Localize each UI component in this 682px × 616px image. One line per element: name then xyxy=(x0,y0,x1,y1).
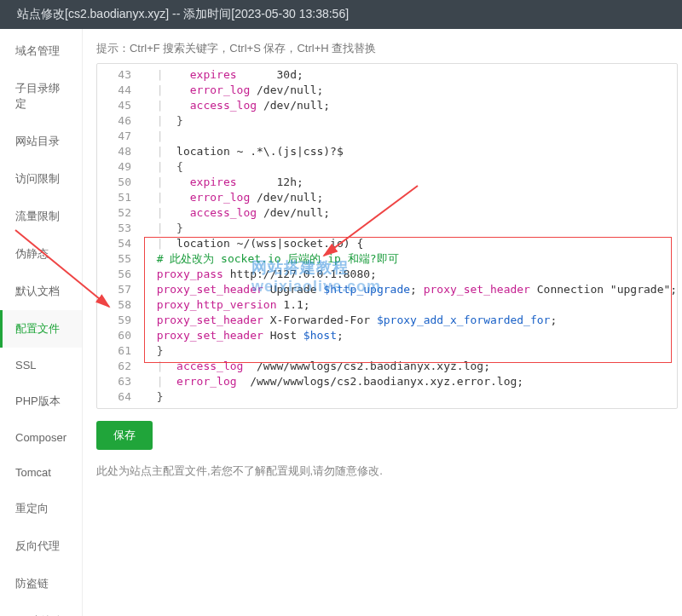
save-button[interactable]: 保存 xyxy=(96,421,153,450)
code-line[interactable]: 55 # 此处改为 socket.io 后端的 ip 和端?即可 xyxy=(97,251,677,267)
code-line[interactable]: 49 | { xyxy=(97,159,677,175)
sidebar-item-10[interactable]: Composer xyxy=(0,420,82,455)
code-line[interactable]: 43 | expires 30d; xyxy=(97,67,677,83)
config-editor[interactable]: 43 | expires 30d;44 | error_log /dev/nul… xyxy=(96,63,678,409)
line-number: 46 xyxy=(97,113,140,129)
sidebar-item-5[interactable]: 伪静态 xyxy=(0,235,82,273)
sidebar-item-9[interactable]: PHP版本 xyxy=(0,383,82,420)
line-number: 57 xyxy=(97,282,140,297)
line-number: 56 xyxy=(97,267,140,282)
sidebar-item-4[interactable]: 流量限制 xyxy=(0,198,82,235)
sidebar-item-12[interactable]: 重定向 xyxy=(0,490,82,527)
line-number: 61 xyxy=(97,343,140,359)
sidebar-item-6[interactable]: 默认文档 xyxy=(0,273,82,310)
sidebar-item-label: 网站目录 xyxy=(15,134,60,149)
sidebar-item-label: 默认文档 xyxy=(15,284,60,299)
sidebar: 域名管理子目录绑定网站目录访问限制流量限制伪静态默认文档配置文件SSLPHP版本… xyxy=(0,29,83,616)
window-title: 站点修改[cs2.baodianyx.xyz] -- 添加时间[2023-05-… xyxy=(17,7,349,20)
code-line[interactable]: 48 | location ~ .*\.(js|css)?$ xyxy=(97,144,677,159)
code-line[interactable]: 53 | } xyxy=(97,221,677,236)
line-number: 45 xyxy=(97,98,140,113)
code-line[interactable]: 61 } xyxy=(97,343,677,359)
hint-text: 提示：Ctrl+F 搜索关键字，Ctrl+S 保存，Ctrl+H 查找替换 xyxy=(96,41,678,56)
sidebar-item-label: Composer xyxy=(15,431,66,444)
line-number: 53 xyxy=(97,221,140,236)
line-number: 59 xyxy=(97,313,140,328)
line-number: 64 xyxy=(97,389,140,405)
sidebar-item-label: Tomcat xyxy=(15,466,51,479)
sidebar-item-7[interactable]: 配置文件 xyxy=(0,310,82,348)
sidebar-item-label: 伪静态 xyxy=(15,246,49,262)
sidebar-item-14[interactable]: 防盗链 xyxy=(0,565,82,602)
code-line[interactable]: 63 | error_log /www/wwwlogs/cs2.baodiany… xyxy=(97,374,677,389)
sidebar-item-label: 重定向 xyxy=(15,501,49,516)
sidebar-item-8[interactable]: SSL xyxy=(0,348,82,383)
code-line[interactable]: 62 | access_log /www/wwwlogs/cs2.baodian… xyxy=(97,359,677,374)
sidebar-item-13[interactable]: 反向代理 xyxy=(0,527,82,565)
code-line[interactable]: 57 proxy_set_header Upgrade $http_upgrad… xyxy=(97,282,677,297)
code-line[interactable]: 52 | access_log /dev/null; xyxy=(97,205,677,221)
line-number: 49 xyxy=(97,159,140,175)
main-panel: 提示：Ctrl+F 搜索关键字，Ctrl+S 保存，Ctrl+H 查找替换 43… xyxy=(83,29,682,616)
line-number: 60 xyxy=(97,328,140,343)
line-number: 50 xyxy=(97,175,140,190)
sidebar-item-2[interactable]: 网站目录 xyxy=(0,123,82,160)
code-line[interactable]: 47 | xyxy=(97,129,677,144)
code-line[interactable]: 56 proxy_pass http://127.0.0.1:8080; xyxy=(97,267,677,282)
sidebar-item-3[interactable]: 访问限制 xyxy=(0,160,82,198)
sidebar-item-label: 访问限制 xyxy=(15,171,60,187)
window-header: 站点修改[cs2.baodianyx.xyz] -- 添加时间[2023-05-… xyxy=(0,0,682,29)
line-number: 62 xyxy=(97,359,140,374)
line-number: 44 xyxy=(97,83,140,98)
code-line[interactable]: 54 | location ~/(wss|socket.io) { xyxy=(97,236,677,251)
sidebar-item-label: 域名管理 xyxy=(15,43,60,59)
code-line[interactable]: 58 proxy_http_version 1.1; xyxy=(97,297,677,313)
sidebar-item-label: 防盗链 xyxy=(15,576,49,591)
line-number: 47 xyxy=(97,129,140,144)
line-number: 63 xyxy=(97,374,140,389)
code-line[interactable]: 51 | error_log /dev/null; xyxy=(97,190,677,205)
sidebar-item-label: 子目录绑定 xyxy=(15,81,66,112)
code-line[interactable]: 64 } xyxy=(97,389,677,405)
code-line[interactable]: 45 | access_log /dev/null; xyxy=(97,98,677,113)
code-line[interactable]: 50 | expires 12h; xyxy=(97,175,677,190)
line-number: 43 xyxy=(97,67,140,83)
sidebar-item-15[interactable]: 🛡防篡改 xyxy=(0,602,82,616)
sidebar-item-label: 流量限制 xyxy=(15,209,60,224)
line-number: 58 xyxy=(97,297,140,313)
sidebar-item-label: 反向代理 xyxy=(15,538,60,554)
sidebar-item-label: SSL xyxy=(15,359,37,371)
line-number: 51 xyxy=(97,190,140,205)
code-line[interactable]: 60 proxy_set_header Host $host; xyxy=(97,328,677,343)
code-line[interactable]: 46 | } xyxy=(97,113,677,129)
footer-hint: 此处为站点主配置文件,若您不了解配置规则,请勿随意修改. xyxy=(96,463,678,479)
line-number: 55 xyxy=(97,251,140,267)
code-line[interactable]: 44 | error_log /dev/null; xyxy=(97,83,677,98)
sidebar-item-label: PHP版本 xyxy=(15,394,61,409)
sidebar-item-label: 配置文件 xyxy=(15,321,60,337)
line-number: 52 xyxy=(97,205,140,221)
sidebar-item-11[interactable]: Tomcat xyxy=(0,455,82,490)
line-number: 48 xyxy=(97,144,140,159)
line-number: 54 xyxy=(97,236,140,251)
sidebar-item-0[interactable]: 域名管理 xyxy=(0,32,82,70)
sidebar-item-1[interactable]: 子目录绑定 xyxy=(0,70,82,123)
code-line[interactable]: 59 proxy_set_header X-Forwarded-For $pro… xyxy=(97,313,677,328)
